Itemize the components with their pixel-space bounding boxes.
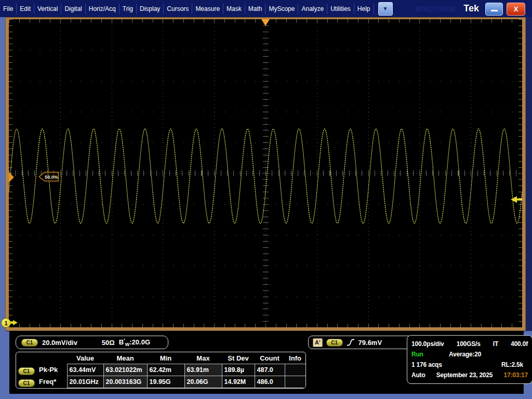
freq-mean: 20.003163G	[103, 376, 147, 388]
channel1-marker-label: 1	[4, 320, 7, 326]
bandwidth: B′W:20.0G	[119, 338, 150, 347]
trigger-status-box[interactable]: A' C1 79.6mV	[308, 336, 413, 349]
acquisition-status-box[interactable]: 100.0ps/div 100GS/s IT 400.0f Run Averag…	[407, 335, 532, 384]
trigger-level-marker-left[interactable]	[9, 172, 14, 182]
menu-help[interactable]: Help	[354, 0, 374, 17]
channel1-marker-arrow-head	[13, 320, 18, 325]
menu-measure[interactable]: Measure	[192, 0, 223, 17]
resolution: 400.0f	[511, 340, 528, 348]
header-value: Value	[67, 352, 103, 364]
run-state: Run	[411, 351, 449, 358]
pkpk-value: 63.44mV	[67, 364, 103, 376]
pkpk-mean: 63.021022m	[103, 364, 147, 376]
tek-logo: Tek	[463, 3, 479, 14]
measurement-row-pkpk[interactable]: C1Pk-Pk 63.44mV 63.021022m 62.42m 63.91m…	[16, 364, 305, 376]
pkpk-info	[285, 364, 305, 376]
measurement-name: Freq*	[39, 378, 56, 385]
pkpk-count: 487.0	[255, 364, 285, 376]
chevron-down-icon: ▼	[383, 6, 388, 11]
menu-cursors[interactable]: Cursors	[164, 0, 192, 17]
graticule-zone: 50.0% 1	[0, 17, 532, 331]
header-min: Min	[147, 352, 184, 364]
menu-math[interactable]: Math	[245, 0, 265, 17]
header-mean: Mean	[103, 352, 147, 364]
rising-edge-icon	[347, 338, 355, 347]
date: September 23, 2025	[436, 371, 493, 379]
trigger-50pct-flag[interactable]: 50.0%	[38, 171, 60, 182]
trigger-level-arrow-right[interactable]	[511, 196, 522, 203]
record-length: RL:2.5k	[501, 361, 523, 368]
trigger-position-marker[interactable]	[261, 19, 270, 26]
menu-digital[interactable]: Digital	[61, 0, 85, 17]
freq-max: 20.06G	[184, 376, 222, 388]
termination: 50Ω	[102, 339, 115, 347]
trigger-mode: Auto	[411, 371, 425, 379]
freq-info	[285, 376, 305, 388]
close-icon: X	[514, 5, 518, 13]
menu-vertical[interactable]: Vertical	[34, 0, 61, 17]
header-count: Count	[255, 352, 285, 364]
pkpk-stdev: 189.8µ	[222, 364, 255, 376]
acquisition-count: 1 176 acqs	[411, 361, 442, 368]
trigger-level: 79.6mV	[358, 339, 382, 347]
freq-value: 20.01GHz	[67, 376, 103, 388]
sampling-mode: IT	[493, 340, 498, 348]
menu-file[interactable]: File	[0, 0, 16, 17]
header-info: Info	[285, 352, 305, 364]
clock: 17:03:17	[504, 371, 528, 379]
measurement-header-row: Value Mean Min Max St Dev Count Info	[16, 352, 305, 364]
menu-overflow-button[interactable]: ▼	[378, 2, 393, 16]
menu-horiz-acq[interactable]: Horiz/Acq	[86, 0, 119, 17]
freq-min: 19.95G	[147, 376, 184, 388]
menu-edit[interactable]: Edit	[17, 0, 34, 17]
pkpk-max: 63.91m	[184, 364, 222, 376]
menu-display[interactable]: Display	[137, 0, 163, 17]
vertical-status-box[interactable]: C1 20.0mV/div 50Ω B′W:20.0G	[16, 336, 168, 349]
header-stdev: St Dev	[222, 352, 255, 364]
menu-mask[interactable]: Mask	[223, 0, 245, 17]
channel1-badge[interactable]: C1	[18, 379, 35, 387]
measurement-row-freq[interactable]: C1Freq* 20.01GHz 20.003163G 19.95G 20.06…	[16, 376, 305, 388]
trigger-source-badge[interactable]: C1	[326, 339, 343, 347]
minimize-icon	[491, 10, 498, 11]
model-watermark: MSO70000	[416, 4, 455, 13]
channel1-badge[interactable]: C1	[18, 367, 35, 375]
right-margin	[526, 17, 532, 331]
freq-stdev: 14.92M	[222, 376, 255, 388]
minimize-button[interactable]	[485, 3, 503, 16]
menu-utilities[interactable]: Utilities	[327, 0, 354, 17]
menu-myscope[interactable]: MyScope	[265, 0, 298, 17]
menu-analyze[interactable]: Analyze	[298, 0, 327, 17]
menu-trig[interactable]: Trig	[119, 0, 136, 17]
vertical-scale: 20.0mV/div	[42, 339, 77, 347]
channel1-trace	[9, 19, 522, 327]
close-button[interactable]: X	[507, 3, 525, 16]
average-count: Average:20	[449, 351, 481, 358]
measurement-name: Pk-Pk	[39, 366, 58, 374]
waveform-display: 50.0%	[9, 19, 522, 327]
pkpk-min: 62.42m	[147, 364, 184, 376]
trigger-event-badge[interactable]: A'	[313, 338, 323, 347]
readout-zone: C1 20.0mV/div 50Ω B′W:20.0G A' C1 79.6mV…	[9, 331, 524, 394]
channel1-badge[interactable]: C1	[21, 339, 38, 347]
freq-count: 486.0	[255, 376, 285, 388]
tekscope-window: File Edit Vertical Digital Horiz/Acq Tri…	[0, 0, 532, 399]
trigger-50pct-label: 50.0%	[45, 175, 58, 180]
header-max: Max	[184, 352, 222, 364]
menu-bar: File Edit Vertical Digital Horiz/Acq Tri…	[0, 0, 532, 17]
sample-rate: 100GS/s	[457, 340, 481, 348]
measurement-table[interactable]: Value Mean Min Max St Dev Count Info C1P…	[16, 352, 306, 389]
timebase: 100.0ps/div	[411, 340, 444, 348]
channel1-reference-marker[interactable]: 1	[1, 318, 11, 328]
menu-separator	[374, 4, 374, 14]
